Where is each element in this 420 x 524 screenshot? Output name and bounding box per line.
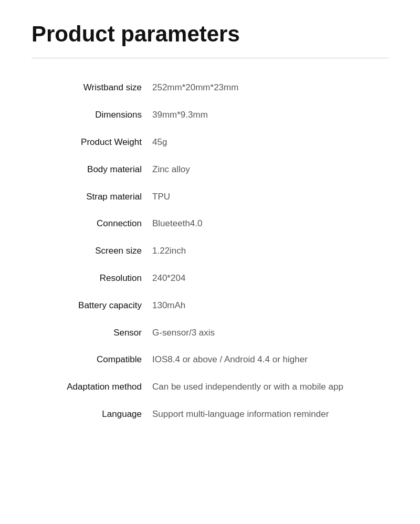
param-label: Battery capacity (32, 292, 147, 319)
table-row: Wristband size252mm*20mm*23mm (32, 74, 388, 101)
parameters-table: Wristband size252mm*20mm*23mmDimensions3… (32, 74, 388, 427)
page-container: Product parameters Wristband size252mm*2… (0, 0, 420, 449)
table-row: Dimensions39mm*9.3mm (32, 101, 388, 129)
param-value: G-sensor/3 axis (147, 319, 388, 347)
param-label: Compatible (32, 346, 147, 373)
param-label: Connection (32, 210, 147, 237)
param-value: 240*204 (147, 265, 388, 292)
param-label: Language (32, 401, 147, 428)
param-value: IOS8.4 or above / Android 4.4 or higher (147, 346, 388, 373)
section-divider (32, 58, 388, 58)
param-label: Dimensions (32, 101, 147, 129)
param-label: Sensor (32, 319, 147, 347)
param-label: Resolution (32, 265, 147, 292)
param-label: Adaptation method (32, 373, 147, 401)
param-label: Wristband size (32, 74, 147, 101)
table-row: Body materialZinc alloy (32, 156, 388, 183)
table-row: Strap materialTPU (32, 183, 388, 211)
param-value: Blueteeth4.0 (147, 210, 388, 237)
page-title: Product parameters (32, 21, 388, 47)
param-value: 39mm*9.3mm (147, 101, 388, 129)
param-value: Zinc alloy (147, 156, 388, 183)
table-row: Product Weight45g (32, 129, 388, 156)
param-label: Body material (32, 156, 147, 183)
param-value: Can be used independently or with a mobi… (147, 373, 388, 401)
param-label: Strap material (32, 183, 147, 211)
param-value: 1.22inch (147, 237, 388, 265)
table-row: Resolution240*204 (32, 265, 388, 292)
param-value: Support multi-language information remin… (147, 401, 388, 428)
param-label: Screen size (32, 237, 147, 265)
table-row: CompatibleIOS8.4 or above / Android 4.4 … (32, 346, 388, 373)
param-value: 252mm*20mm*23mm (147, 74, 388, 101)
table-row: LanguageSupport multi-language informati… (32, 401, 388, 428)
param-value: TPU (147, 183, 388, 211)
param-label: Product Weight (32, 129, 147, 156)
table-row: Screen size1.22inch (32, 237, 388, 265)
param-value: 130mAh (147, 292, 388, 319)
param-value: 45g (147, 129, 388, 156)
table-row: Adaptation methodCan be used independent… (32, 373, 388, 401)
table-row: ConnectionBlueteeth4.0 (32, 210, 388, 237)
table-row: Battery capacity130mAh (32, 292, 388, 319)
table-row: SensorG-sensor/3 axis (32, 319, 388, 347)
